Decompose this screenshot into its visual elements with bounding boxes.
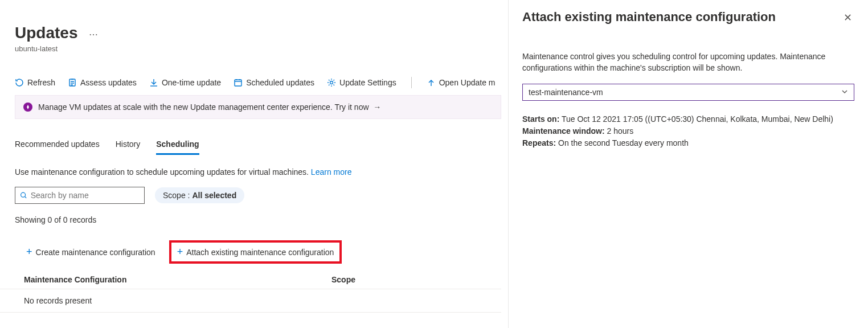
learn-more-link[interactable]: Learn more — [311, 167, 352, 177]
open-update-button[interactable]: Open Update m — [427, 78, 496, 87]
tab-scheduling[interactable]: Scheduling — [156, 140, 199, 155]
tab-recommended[interactable]: Recommended updates — [15, 140, 100, 155]
clipboard-icon — [68, 78, 77, 87]
gear-icon — [327, 78, 336, 87]
calendar-icon — [234, 78, 243, 87]
side-panel: Attach existing maintenance configuratio… — [508, 0, 868, 328]
scope-value: All selected — [192, 191, 236, 200]
main-content: Updates ⋯ ubuntu-latest Refresh Assess u… — [0, 0, 501, 328]
page-title: Updates — [15, 24, 77, 42]
starts-on-value: Tue Oct 12 2021 17:05 ((UTC+05:30) Chenn… — [562, 114, 833, 124]
config-dropdown[interactable]: test-maintenance-vm — [522, 84, 854, 101]
svg-rect-1 — [235, 80, 241, 86]
refresh-button[interactable]: Refresh — [15, 78, 55, 87]
compass-icon — [23, 102, 32, 112]
maintenance-window-value: 2 hours — [607, 126, 634, 136]
filter-row: Scope : All selected — [0, 177, 501, 204]
starts-on-label: Starts on: — [522, 114, 559, 124]
repeats-value: On the second Tuesday every month — [558, 138, 689, 147]
chevron-down-icon — [841, 88, 848, 97]
svg-point-3 — [21, 192, 26, 197]
search-input[interactable] — [31, 191, 140, 200]
attach-config-label: Attach existing maintenance configuratio… — [186, 248, 334, 257]
attach-config-button[interactable]: + Attach existing maintenance configurat… — [169, 240, 342, 264]
onetime-button[interactable]: One-time update — [149, 78, 221, 87]
config-selected-value: test-maintenance-vm — [529, 88, 603, 97]
svg-point-2 — [330, 81, 333, 84]
download-icon — [149, 78, 158, 87]
close-icon[interactable]: ✕ — [841, 9, 854, 26]
open-label: Open Update m — [439, 78, 496, 87]
action-row: + Create maintenance configuration + Att… — [0, 224, 501, 264]
plus-icon: + — [177, 246, 183, 258]
create-config-button[interactable]: + Create maintenance configuration — [21, 240, 161, 264]
panel-details: Starts on: Tue Oct 12 2021 17:05 ((UTC+0… — [522, 113, 854, 149]
plus-icon: + — [26, 246, 32, 258]
panel-description: Maintenance control gives you scheduling… — [522, 51, 854, 73]
scheduled-button[interactable]: Scheduled updates — [234, 78, 314, 87]
th-scope[interactable]: Scope — [331, 275, 355, 284]
th-maintenance-config[interactable]: Maintenance Configuration — [24, 275, 331, 284]
table-empty-row: No records present — [0, 289, 501, 313]
maintenance-window-label: Maintenance window: — [522, 126, 605, 136]
refresh-icon — [15, 78, 24, 87]
search-box[interactable] — [15, 187, 145, 204]
refresh-label: Refresh — [27, 78, 55, 87]
tab-history[interactable]: History — [116, 140, 141, 155]
tabs: Recommended updates History Scheduling — [0, 140, 501, 155]
onetime-label: One-time update — [162, 78, 221, 87]
info-banner: Manage VM updates at scale with the new … — [15, 95, 501, 119]
assess-label: Assess updates — [80, 78, 137, 87]
settings-button[interactable]: Update Settings — [327, 78, 396, 87]
toolbar-separator — [411, 77, 412, 88]
scheduling-desc-text: Use maintenance configuration to schedul… — [15, 167, 309, 177]
scheduling-description: Use maintenance configuration to schedul… — [0, 155, 501, 177]
panel-title: Attach existing maintenance configuratio… — [522, 9, 776, 26]
toolbar: Refresh Assess updates One-time update S… — [0, 77, 501, 88]
page-header: Updates ⋯ ubuntu-latest — [0, 0, 501, 53]
scope-filter[interactable]: Scope : All selected — [155, 187, 244, 203]
search-icon — [20, 191, 27, 199]
upload-icon — [427, 78, 436, 87]
assess-button[interactable]: Assess updates — [68, 78, 137, 87]
more-icon[interactable]: ⋯ — [89, 29, 98, 40]
table-header: Maintenance Configuration Scope — [0, 264, 501, 289]
records-count: Showing 0 of 0 records — [0, 204, 501, 224]
banner-text: Manage VM updates at scale with the new … — [38, 102, 369, 112]
page-subtitle: ubuntu-latest — [15, 44, 501, 53]
settings-label: Update Settings — [339, 78, 396, 87]
create-config-label: Create maintenance configuration — [36, 248, 155, 257]
scope-label: Scope : — [163, 191, 190, 200]
scheduled-label: Scheduled updates — [246, 78, 314, 87]
banner-link-arrow[interactable]: → — [371, 102, 381, 112]
repeats-label: Repeats: — [522, 138, 556, 147]
